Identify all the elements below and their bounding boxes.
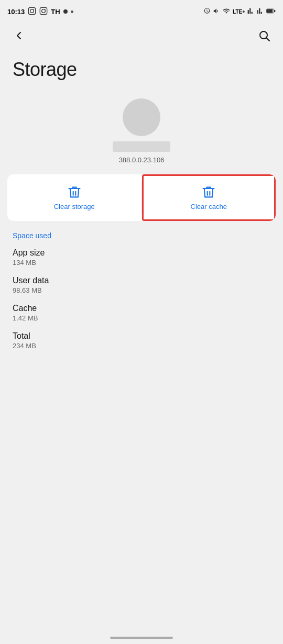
space-item-cache-name: Cache: [13, 304, 270, 313]
search-button[interactable]: [254, 25, 275, 46]
space-heading: Space used: [13, 231, 270, 240]
space-item-userdata-value: 98.63 MB: [13, 286, 270, 294]
bottom-home-bar: [110, 637, 173, 639]
signal2-icon: [247, 7, 255, 16]
app-version: 388.0.0.23.106: [119, 156, 165, 164]
space-item-total: Total 234 MB: [13, 331, 270, 350]
action-card: Clear storage Clear cache: [7, 174, 276, 221]
space-item-appsize-value: 134 MB: [13, 259, 270, 267]
dot2-icon: [71, 10, 73, 13]
clear-cache-label: Clear cache: [191, 203, 227, 210]
th-label: TH: [51, 8, 60, 16]
space-item-cache-value: 1.42 MB: [13, 314, 270, 322]
space-item-userdata-name: User data: [13, 276, 270, 285]
dot-icon: [63, 9, 68, 14]
space-item-appsize: App size 134 MB: [13, 248, 270, 267]
status-right: LTE+: [203, 7, 276, 16]
signal1-icon: [222, 7, 231, 16]
app-name-bar: [113, 141, 170, 152]
status-bar: 10:13 TH LTE+: [0, 0, 283, 21]
svg-point-1: [30, 9, 34, 13]
clear-storage-button[interactable]: Clear storage: [7, 174, 142, 221]
page-title: Storage: [13, 59, 270, 81]
svg-rect-0: [29, 7, 36, 14]
space-item-total-name: Total: [13, 331, 270, 341]
space-section: Space used App size 134 MB User data 98.…: [0, 231, 283, 350]
space-item-total-value: 234 MB: [13, 342, 270, 350]
svg-point-4: [42, 9, 46, 13]
clear-cache-button[interactable]: Clear cache: [142, 174, 276, 221]
svg-rect-8: [267, 9, 273, 13]
status-time: 10:13: [7, 8, 25, 16]
instagram2-icon: [39, 7, 48, 17]
svg-point-2: [34, 8, 34, 9]
battery-icon: [266, 7, 276, 16]
svg-point-5: [45, 8, 46, 9]
space-item-appsize-name: App size: [13, 248, 270, 258]
signal3-icon: [257, 7, 264, 16]
svg-rect-3: [40, 7, 47, 14]
volume-icon: [213, 7, 220, 16]
svg-line-10: [267, 38, 270, 41]
instagram-icon: [28, 7, 36, 17]
app-icon: [123, 98, 160, 136]
top-nav: [0, 21, 283, 50]
space-item-userdata: User data 98.63 MB: [13, 276, 270, 294]
status-left: 10:13 TH: [7, 7, 73, 17]
lte-label: LTE+: [233, 9, 245, 15]
alarm-icon: [203, 7, 211, 16]
back-button[interactable]: [8, 25, 29, 46]
page-title-section: Storage: [0, 50, 283, 93]
clear-storage-label: Clear storage: [54, 203, 95, 210]
svg-rect-7: [274, 10, 276, 12]
app-icon-section: 388.0.0.23.106: [0, 93, 283, 174]
space-item-cache: Cache 1.42 MB: [13, 304, 270, 322]
